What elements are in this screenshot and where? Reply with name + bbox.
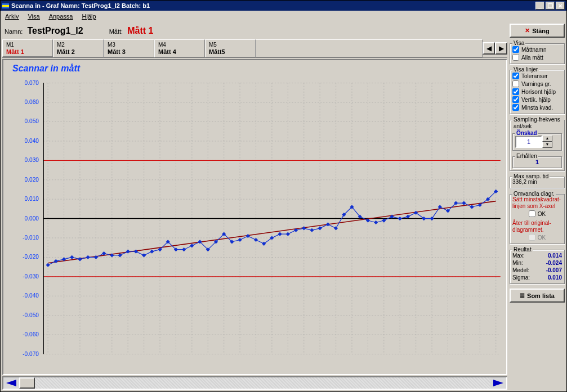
svg-text:0.030: 0.030 — [25, 157, 39, 163]
tab-nav-right[interactable]: ▶ — [495, 42, 507, 55]
scroll-thumb[interactable] — [19, 377, 35, 389]
svg-rect-96 — [302, 226, 306, 230]
tab-nav-left[interactable]: ◀ — [483, 42, 495, 55]
header-row: Namn: TestProg1_I2 Mått: Mått 1 — [2, 24, 507, 38]
svg-rect-75 — [134, 250, 138, 254]
chk-mattnamn[interactable]: Måttnamn — [512, 46, 562, 53]
menubar: Arkiv Visa Anpassa Hjälp — [1, 11, 566, 22]
scroll-right-icon[interactable] — [490, 379, 506, 388]
chk-varning[interactable]: Varnings gr. — [512, 80, 562, 88]
svg-rect-98 — [318, 226, 322, 230]
svg-rect-97 — [310, 228, 314, 232]
svg-rect-117 — [470, 205, 474, 209]
svg-rect-94 — [286, 232, 290, 236]
svg-marker-122 — [493, 380, 503, 386]
chk-minsta[interactable]: Minsta kvad. — [512, 103, 562, 111]
svg-text:0.000: 0.000 — [25, 215, 39, 222]
minimize-button[interactable]: _ — [535, 2, 544, 10]
close-window-button[interactable]: ✕ — [556, 2, 565, 10]
menu-anpassa[interactable]: Anpassa — [49, 13, 73, 20]
chk-ok1[interactable]: OK — [512, 210, 562, 218]
chart-area: Scannar in mått -0.070-0.060-0.050-0.040… — [2, 59, 507, 375]
svg-rect-106 — [382, 218, 386, 222]
svg-text:-0.070: -0.070 — [23, 351, 39, 357]
svg-rect-73 — [118, 253, 122, 257]
svg-rect-64 — [46, 263, 50, 267]
chk-toleranser[interactable]: Toleranser — [512, 72, 562, 80]
svg-rect-74 — [126, 250, 130, 254]
svg-rect-69 — [86, 255, 90, 259]
close-button[interactable]: ✕Stäng — [510, 24, 565, 38]
tab-m5[interactable]: M5Mått5 — [205, 39, 256, 57]
svg-rect-90 — [254, 238, 258, 242]
resultat-group: Reultat Max:0.014 Min:-0.024 Medel:-0.00… — [510, 250, 565, 284]
svg-marker-121 — [6, 380, 16, 386]
svg-rect-77 — [150, 250, 154, 254]
chk-vertik[interactable]: Vertik. hjälp — [512, 96, 562, 103]
svg-rect-109 — [406, 215, 410, 219]
list-icon: ≣ — [520, 292, 525, 299]
svg-rect-81 — [182, 247, 186, 251]
app-icon — [2, 2, 9, 9]
svg-text:0.010: 0.010 — [25, 196, 39, 202]
menu-arkiv[interactable]: Arkiv — [5, 13, 19, 20]
menu-visa[interactable]: Visa — [28, 13, 39, 20]
som-lista-button[interactable]: ≣Som lista — [510, 289, 565, 303]
sampling-group: Sampling-frekvens ant/sek Önskad ▲▼ Erhå… — [510, 120, 565, 171]
svg-text:-0.020: -0.020 — [23, 254, 39, 260]
svg-rect-112 — [430, 217, 434, 220]
spin-down[interactable]: ▼ — [542, 142, 552, 148]
svg-text:-0.030: -0.030 — [23, 273, 39, 280]
svg-rect-108 — [398, 217, 402, 220]
svg-text:0.040: 0.040 — [25, 138, 39, 144]
tab-m3[interactable]: M3Mått 3 — [104, 39, 154, 57]
svg-rect-105 — [374, 220, 378, 224]
tab-m2[interactable]: M2Mått 2 — [53, 39, 104, 57]
chk-allamatt[interactable]: Alla mått — [512, 53, 562, 61]
erhallen-value: 1 — [515, 159, 559, 165]
svg-rect-93 — [278, 232, 282, 236]
svg-rect-116 — [462, 201, 466, 205]
visa-group: Visa Måttnamn Alla mått — [510, 43, 565, 64]
close-icon: ✕ — [525, 27, 530, 34]
svg-rect-88 — [238, 238, 242, 242]
hscroll[interactable] — [2, 376, 507, 390]
svg-rect-67 — [70, 255, 74, 259]
svg-rect-89 — [246, 234, 250, 238]
svg-rect-76 — [142, 253, 146, 257]
svg-text:-0.010: -0.010 — [23, 235, 39, 241]
chk-ok2: OK — [512, 233, 562, 241]
scroll-left-icon[interactable] — [3, 379, 19, 388]
chk-horisont[interactable]: Horisont hjälp — [512, 88, 562, 96]
svg-line-63 — [48, 201, 496, 263]
menu-hjalp[interactable]: Hjälp — [82, 13, 96, 20]
visalinjer-group: Visa linjer Toleranser Varnings gr. Hori… — [510, 70, 565, 114]
svg-text:0.070: 0.070 — [25, 80, 39, 86]
svg-text:-0.040: -0.040 — [23, 292, 39, 299]
svg-rect-68 — [78, 257, 82, 261]
maximize-button[interactable]: ❐ — [546, 2, 555, 10]
svg-rect-99 — [326, 222, 330, 226]
current-matt: Mått 1 — [127, 26, 153, 36]
svg-text:0.050: 0.050 — [25, 118, 39, 124]
onskad-input[interactable] — [515, 136, 542, 148]
svg-text:0.020: 0.020 — [25, 177, 39, 183]
tab-m4[interactable]: M4Mått 4 — [154, 39, 205, 57]
spin-up[interactable]: ▲ — [542, 136, 552, 142]
svg-rect-100 — [334, 226, 338, 230]
titlebar: Scanna in - Graf Namn: TestProg1_I2 Batc… — [1, 1, 566, 11]
svg-rect-82 — [190, 244, 194, 247]
maxsamp-group: Max samp. tid 336,2 min — [510, 177, 565, 188]
svg-text:0.060: 0.060 — [25, 99, 39, 105]
svg-text:-0.050: -0.050 — [23, 312, 39, 318]
program-name: TestProg1_I2 — [27, 26, 83, 36]
window-title: Scanna in - Graf Namn: TestProg1_I2 Batc… — [11, 2, 535, 9]
omvandla-group: Omvandla diagr. Sätt minstakvadrat-linje… — [510, 194, 565, 244]
tabs: M1Mått 1M2Mått 2M3Mått 3M4Mått 4M5Mått5◀… — [2, 39, 507, 58]
tab-m1[interactable]: M1Mått 1 — [2, 39, 53, 57]
svg-text:-0.060: -0.060 — [23, 331, 39, 337]
